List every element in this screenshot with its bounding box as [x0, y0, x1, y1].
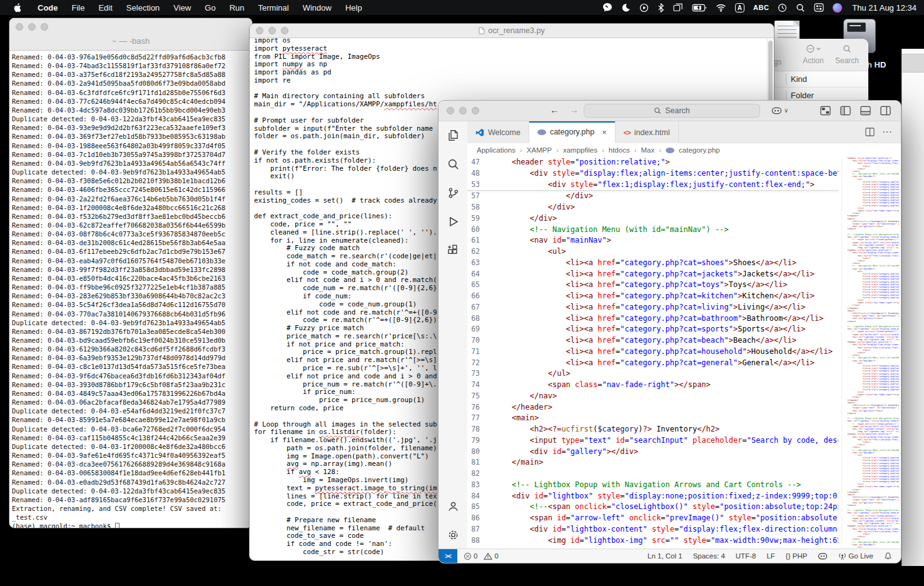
- menu-selection[interactable]: Selection: [119, 3, 166, 13]
- status-item[interactable]: UTF-8: [736, 552, 756, 560]
- finder-action-button[interactable]: Action: [797, 43, 830, 65]
- menu-run[interactable]: Run: [223, 3, 251, 13]
- do-not-disturb-moon-icon[interactable]: [621, 3, 631, 13]
- menu-go[interactable]: Go: [198, 3, 222, 13]
- terminal-titlebar[interactable]: ~ — -bash: [9, 18, 252, 51]
- menu-edit[interactable]: Edit: [91, 3, 119, 13]
- back-button[interactable]: ←: [550, 104, 559, 115]
- py-code-line: from PIL import Image, ImageOps: [254, 53, 774, 61]
- copilot-status-icon[interactable]: [818, 552, 828, 560]
- more-actions-icon[interactable]: ···: [882, 126, 892, 138]
- terminal-line: Renamed: 0-04-03-e850fb4dc416c220bace4ac…: [12, 274, 252, 283]
- spotlight-icon[interactable]: [796, 3, 805, 13]
- minimize-button[interactable]: [459, 107, 467, 114]
- tab-category-php[interactable]: category.php×: [529, 121, 616, 143]
- breadcrumb[interactable]: Applications›XAMPP›xamppfiles›htdocs›Max…: [467, 143, 901, 157]
- terminal-window[interactable]: ~ — -bash Renamed: 0-04-03-976a19e056d0c…: [9, 18, 253, 528]
- source-control-icon[interactable]: [447, 187, 459, 199]
- status-item[interactable]: {} PHP: [786, 552, 808, 560]
- menu-terminal[interactable]: Terminal: [251, 3, 296, 13]
- errors-count[interactable]: 0: [464, 552, 477, 560]
- viber-icon[interactable]: [602, 3, 612, 13]
- input-source-icon[interactable]: A: [735, 3, 744, 13]
- toggle-panel-icon[interactable]: [860, 106, 871, 116]
- run-and-debug-icon[interactable]: [447, 216, 459, 228]
- breadcrumb-item[interactable]: Max: [641, 146, 655, 154]
- split-editor-icon[interactable]: [865, 128, 875, 136]
- close-button[interactable]: [447, 107, 454, 114]
- close-button[interactable]: [16, 23, 23, 31]
- menu-file[interactable]: File: [65, 3, 92, 13]
- finder-list-item[interactable]: Kind: [771, 71, 868, 88]
- line-number: 47: [467, 157, 494, 168]
- menu-code[interactable]: Code: [31, 3, 65, 13]
- apple-menu-icon[interactable]: [14, 3, 22, 13]
- breadcrumb-item[interactable]: XAMPP: [527, 146, 552, 154]
- breadcrumb-item[interactable]: xamppfiles: [563, 146, 597, 154]
- line-number: 71: [467, 346, 494, 358]
- command-center-search[interactable]: Search: [584, 104, 760, 118]
- menu-window[interactable]: Window: [296, 3, 338, 13]
- line-number: 86: [467, 513, 494, 524]
- problems-summary[interactable]: 0 0: [457, 552, 499, 560]
- keyboard-layout-label[interactable]: ABC: [753, 4, 769, 11]
- copilot-menu-button[interactable]: ∨: [771, 106, 788, 115]
- code-line: 47 <header style="position:relative;">: [467, 157, 838, 168]
- finder-search-button[interactable]: Search: [831, 43, 863, 65]
- status-item[interactable]: Spaces: 4: [693, 552, 725, 560]
- screen-mirroring-icon[interactable]: [673, 3, 683, 12]
- menu-view[interactable]: View: [166, 3, 198, 13]
- finder-window-fragment[interactable]: gs Action Search KindFolder: [771, 39, 868, 100]
- extensions-icon[interactable]: [447, 245, 459, 256]
- explorer-icon[interactable]: [447, 129, 459, 141]
- breadcrumb-item[interactable]: category.php: [679, 146, 720, 154]
- wifi-icon[interactable]: [716, 4, 726, 12]
- account-icon[interactable]: [447, 500, 459, 512]
- control-center-icon[interactable]: [814, 3, 824, 12]
- siri-icon[interactable]: [833, 3, 842, 13]
- code-line: 83 <!-- Lightbox Popup with Navigation A…: [467, 480, 838, 491]
- breadcrumb-item[interactable]: Applications: [477, 146, 515, 154]
- code-text: <li><a href="category.php?cat=bathroom">…: [494, 313, 838, 325]
- status-item[interactable]: LF: [766, 552, 774, 560]
- settings-gear-icon[interactable]: [447, 529, 459, 541]
- time-machine-icon[interactable]: [778, 3, 787, 13]
- breadcrumb-item[interactable]: htdocs: [609, 146, 630, 154]
- toggle-primary-sidebar-icon[interactable]: [840, 106, 851, 116]
- vscode-titlebar[interactable]: ← → Search ∨: [439, 101, 901, 121]
- toggle-secondary-sidebar-icon[interactable]: [880, 106, 891, 116]
- zoom-button[interactable]: [41, 23, 48, 31]
- battery-icon[interactable]: [692, 4, 707, 12]
- code-line: 75 </nav>: [467, 391, 838, 402]
- bluetooth-icon[interactable]: [657, 3, 664, 13]
- finder-list-item[interactable]: Folder: [771, 88, 868, 100]
- line-number: 63: [467, 258, 494, 269]
- minimize-button[interactable]: [28, 23, 36, 31]
- code-text: <!-- Navigation Menu (with id="mainNav")…: [494, 225, 838, 236]
- hard-drive-label[interactable]: h HD: [867, 60, 886, 69]
- python-editor-titlebar[interactable]: ocr_rename3.py: [250, 24, 774, 38]
- menu-help[interactable]: Help: [338, 3, 369, 13]
- code-editor[interactable]: 47 <header style="position:relative;">48…: [467, 157, 838, 548]
- search-icon[interactable]: [447, 158, 459, 170]
- remote-indicator[interactable]: ><: [439, 549, 457, 563]
- now-playing-icon[interactable]: [639, 3, 649, 13]
- terminal-line: Renamed: 0-04-03-0065830084f1e18dad9ee4d…: [12, 468, 252, 477]
- zoom-button[interactable]: [472, 107, 479, 114]
- code-text: <li><a href="category.php?cat=general">G…: [494, 358, 838, 369]
- terminal-line: Renamed: 0-04-03-a375ef6cd18f2193a249527…: [12, 70, 252, 79]
- vscode-window[interactable]: ← → Search ∨ Welcomecategory.php×<>index…: [438, 100, 901, 563]
- go-live-button[interactable]: Go Live: [838, 552, 873, 560]
- forward-button[interactable]: →: [569, 104, 579, 115]
- tab-Welcome[interactable]: Welcome: [467, 121, 529, 143]
- warnings-count[interactable]: 0: [484, 552, 498, 560]
- minimap[interactable]: <header style="position:relative;"> <div…: [841, 157, 899, 548]
- customize-layout-icon[interactable]: [820, 106, 831, 116]
- status-item[interactable]: Ln 1, Col 1: [647, 552, 683, 560]
- terminal-line: Renamed: 0-04-03-dca3ee0756176266889289d…: [12, 460, 252, 468]
- tab-index-html[interactable]: <>index.html: [616, 121, 679, 143]
- terminal-line: Duplicate detected: 0-04-03-e54af6d4dd32…: [12, 407, 252, 415]
- menu-clock[interactable]: Thu 21 Aug 12:34: [852, 3, 916, 13]
- notifications-bell-icon[interactable]: [884, 552, 892, 560]
- close-tab-icon[interactable]: ×: [602, 128, 607, 137]
